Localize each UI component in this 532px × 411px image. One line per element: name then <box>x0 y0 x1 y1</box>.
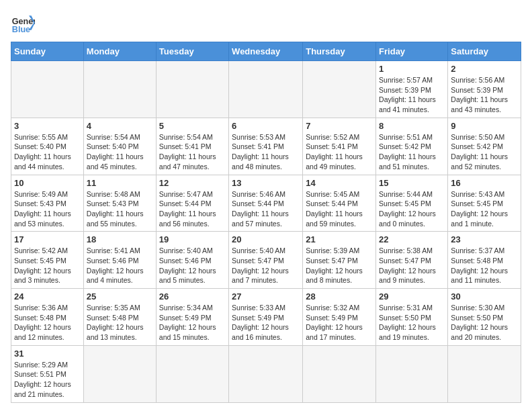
day-info: Sunrise: 5:37 AMSunset: 5:48 PMDaylight:… <box>451 246 518 285</box>
header: General Blue <box>11 11 521 35</box>
day-info: Sunrise: 5:49 AMSunset: 5:43 PMDaylight:… <box>14 189 81 229</box>
day-number: 20 <box>232 234 300 244</box>
calendar-day-cell: 9Sunrise: 5:50 AMSunset: 5:42 PMDaylight… <box>448 118 521 175</box>
day-info: Sunrise: 5:45 AMSunset: 5:44 PMDaylight:… <box>306 189 373 229</box>
calendar-week-row: 17Sunrise: 5:42 AMSunset: 5:45 PMDayligh… <box>11 232 521 289</box>
day-number: 12 <box>159 178 226 188</box>
day-number: 23 <box>451 234 518 244</box>
calendar-day-cell: 16Sunrise: 5:43 AMSunset: 5:45 PMDayligh… <box>448 175 521 232</box>
calendar-day-cell: 26Sunrise: 5:34 AMSunset: 5:49 PMDayligh… <box>156 289 228 346</box>
calendar-week-row: 10Sunrise: 5:49 AMSunset: 5:43 PMDayligh… <box>11 175 521 232</box>
calendar-day-cell: 15Sunrise: 5:44 AMSunset: 5:45 PMDayligh… <box>376 175 448 232</box>
calendar-week-row: 1Sunrise: 5:57 AMSunset: 5:39 PMDaylight… <box>11 61 521 118</box>
calendar-day-cell: 14Sunrise: 5:45 AMSunset: 5:44 PMDayligh… <box>303 175 376 232</box>
day-info: Sunrise: 5:38 AMSunset: 5:47 PMDaylight:… <box>379 246 445 285</box>
calendar-day-cell: 13Sunrise: 5:46 AMSunset: 5:44 PMDayligh… <box>229 175 303 232</box>
calendar-day-cell: 22Sunrise: 5:38 AMSunset: 5:47 PMDayligh… <box>376 232 448 289</box>
calendar-day-cell: 17Sunrise: 5:42 AMSunset: 5:45 PMDayligh… <box>11 232 84 289</box>
calendar-day-cell <box>376 345 448 402</box>
day-number: 25 <box>87 291 153 302</box>
calendar-day-cell: 24Sunrise: 5:36 AMSunset: 5:48 PMDayligh… <box>11 289 84 346</box>
logo: General Blue <box>11 11 35 35</box>
calendar-day-cell: 28Sunrise: 5:32 AMSunset: 5:49 PMDayligh… <box>303 289 376 346</box>
calendar-day-cell: 27Sunrise: 5:33 AMSunset: 5:49 PMDayligh… <box>229 289 303 346</box>
day-number: 4 <box>87 121 153 131</box>
calendar-day-cell: 18Sunrise: 5:41 AMSunset: 5:46 PMDayligh… <box>83 232 156 289</box>
day-info: Sunrise: 5:40 AMSunset: 5:47 PMDaylight:… <box>232 246 300 285</box>
calendar-day-cell <box>156 61 228 118</box>
day-info: Sunrise: 5:51 AMSunset: 5:42 PMDaylight:… <box>379 132 445 172</box>
day-info: Sunrise: 5:33 AMSunset: 5:49 PMDaylight:… <box>232 303 300 342</box>
day-info: Sunrise: 5:40 AMSunset: 5:46 PMDaylight:… <box>159 246 226 285</box>
svg-text:Blue: Blue <box>12 25 30 34</box>
day-number: 21 <box>306 234 373 244</box>
calendar-week-row: 31Sunrise: 5:29 AMSunset: 5:51 PMDayligh… <box>11 345 521 402</box>
day-number: 24 <box>14 291 81 302</box>
calendar-day-cell: 3Sunrise: 5:55 AMSunset: 5:40 PMDaylight… <box>11 118 84 175</box>
calendar-day-cell <box>83 61 156 118</box>
day-number: 29 <box>379 291 445 302</box>
day-of-week-header: Saturday <box>448 42 521 61</box>
day-info: Sunrise: 5:43 AMSunset: 5:45 PMDaylight:… <box>451 189 518 229</box>
day-info: Sunrise: 5:44 AMSunset: 5:45 PMDaylight:… <box>379 189 445 229</box>
calendar-day-cell: 1Sunrise: 5:57 AMSunset: 5:39 PMDaylight… <box>376 61 448 118</box>
calendar-day-cell: 10Sunrise: 5:49 AMSunset: 5:43 PMDayligh… <box>11 175 84 232</box>
calendar-day-cell <box>229 345 303 402</box>
day-number: 19 <box>159 234 226 244</box>
calendar-day-cell: 23Sunrise: 5:37 AMSunset: 5:48 PMDayligh… <box>448 232 521 289</box>
day-of-week-header: Sunday <box>11 42 84 61</box>
day-info: Sunrise: 5:55 AMSunset: 5:40 PMDaylight:… <box>14 132 81 172</box>
calendar-week-row: 3Sunrise: 5:55 AMSunset: 5:40 PMDaylight… <box>11 118 521 175</box>
day-of-week-header: Friday <box>376 42 448 61</box>
day-number: 8 <box>379 121 445 131</box>
day-number: 1 <box>379 64 445 74</box>
day-number: 13 <box>232 178 300 188</box>
day-number: 26 <box>159 291 226 302</box>
calendar-day-cell: 6Sunrise: 5:53 AMSunset: 5:41 PMDaylight… <box>229 118 303 175</box>
day-info: Sunrise: 5:48 AMSunset: 5:43 PMDaylight:… <box>87 189 153 229</box>
calendar-day-cell <box>448 345 521 402</box>
day-info: Sunrise: 5:36 AMSunset: 5:48 PMDaylight:… <box>14 303 81 342</box>
day-info: Sunrise: 5:34 AMSunset: 5:49 PMDaylight:… <box>159 303 226 342</box>
day-number: 31 <box>14 349 81 359</box>
calendar-day-cell: 8Sunrise: 5:51 AMSunset: 5:42 PMDaylight… <box>376 118 448 175</box>
day-info: Sunrise: 5:29 AMSunset: 5:51 PMDaylight:… <box>14 360 81 400</box>
day-of-week-header: Wednesday <box>229 42 303 61</box>
calendar-day-cell <box>83 345 156 402</box>
day-number: 10 <box>14 178 81 188</box>
day-number: 11 <box>87 178 153 188</box>
calendar-day-cell: 30Sunrise: 5:30 AMSunset: 5:50 PMDayligh… <box>448 289 521 346</box>
calendar-week-row: 24Sunrise: 5:36 AMSunset: 5:48 PMDayligh… <box>11 289 521 346</box>
calendar-day-cell: 29Sunrise: 5:31 AMSunset: 5:50 PMDayligh… <box>376 289 448 346</box>
day-info: Sunrise: 5:47 AMSunset: 5:44 PMDaylight:… <box>159 189 226 229</box>
day-number: 17 <box>14 234 81 244</box>
day-info: Sunrise: 5:54 AMSunset: 5:40 PMDaylight:… <box>87 132 153 172</box>
calendar-day-cell: 11Sunrise: 5:48 AMSunset: 5:43 PMDayligh… <box>83 175 156 232</box>
day-number: 27 <box>232 291 300 302</box>
calendar-day-cell <box>156 345 228 402</box>
day-number: 28 <box>306 291 373 302</box>
day-info: Sunrise: 5:46 AMSunset: 5:44 PMDaylight:… <box>232 189 300 229</box>
day-number: 22 <box>379 234 445 244</box>
day-number: 30 <box>451 291 518 302</box>
day-info: Sunrise: 5:54 AMSunset: 5:41 PMDaylight:… <box>159 132 226 172</box>
calendar-day-cell <box>303 61 376 118</box>
day-of-week-header: Thursday <box>303 42 376 61</box>
day-info: Sunrise: 5:41 AMSunset: 5:46 PMDaylight:… <box>87 246 153 285</box>
calendar-day-cell <box>303 345 376 402</box>
day-info: Sunrise: 5:39 AMSunset: 5:47 PMDaylight:… <box>306 246 373 285</box>
calendar-day-cell: 2Sunrise: 5:56 AMSunset: 5:39 PMDaylight… <box>448 61 521 118</box>
calendar-day-cell <box>11 61 84 118</box>
day-info: Sunrise: 5:32 AMSunset: 5:49 PMDaylight:… <box>306 303 373 342</box>
calendar-day-cell: 7Sunrise: 5:52 AMSunset: 5:41 PMDaylight… <box>303 118 376 175</box>
calendar-day-cell: 12Sunrise: 5:47 AMSunset: 5:44 PMDayligh… <box>156 175 228 232</box>
day-info: Sunrise: 5:53 AMSunset: 5:41 PMDaylight:… <box>232 132 300 172</box>
day-number: 3 <box>14 121 81 131</box>
calendar-day-cell <box>229 61 303 118</box>
day-info: Sunrise: 5:42 AMSunset: 5:45 PMDaylight:… <box>14 246 81 285</box>
day-info: Sunrise: 5:52 AMSunset: 5:41 PMDaylight:… <box>306 132 373 172</box>
day-info: Sunrise: 5:56 AMSunset: 5:39 PMDaylight:… <box>451 75 518 115</box>
day-number: 16 <box>451 178 518 188</box>
calendar-header-row: SundayMondayTuesdayWednesdayThursdayFrid… <box>11 42 521 61</box>
day-number: 9 <box>451 121 518 131</box>
